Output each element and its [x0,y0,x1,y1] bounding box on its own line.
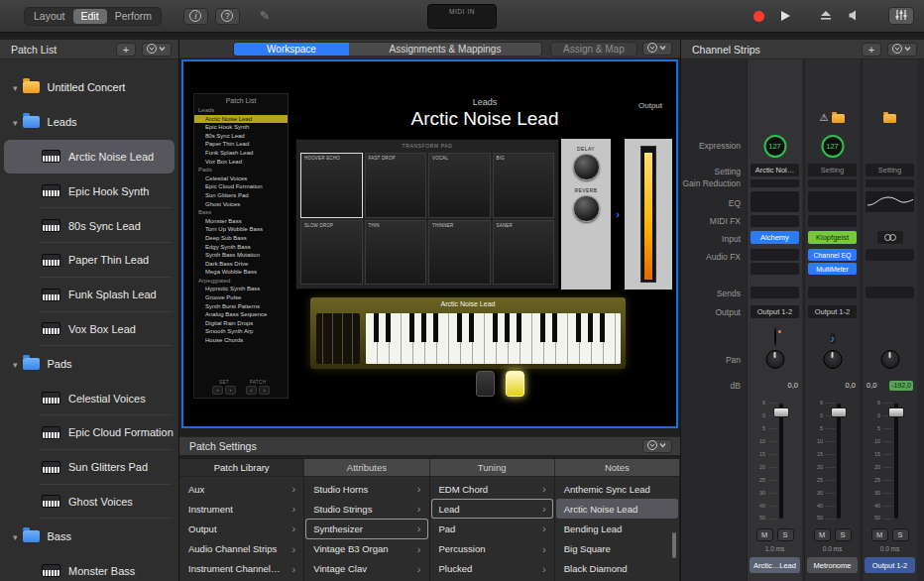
input-plugin-button[interactable]: Klopfgeist [808,231,857,244]
layout-mode-button[interactable]: Layout [26,9,73,24]
strip-name[interactable]: Metronome [807,557,858,573]
library-item[interactable]: Big Square [556,539,678,559]
setting-field[interactable]: Setting [808,164,857,176]
transform-pad[interactable]: TRANSFORM PAD HOOVER ECHOFAST DROPVOCALB… [295,139,559,290]
onscreen-patch-item[interactable]: Celestial Voices [194,174,288,183]
set-next-button[interactable] [225,386,236,395]
onscreen-patch-item[interactable]: Synth Burst Patterns [194,302,288,311]
keyboard-keys[interactable] [366,313,621,364]
library-item[interactable]: Studio Strings [305,499,427,519]
library-item[interactable]: Bending Lead [556,519,678,538]
onscreen-patch-item[interactable]: Torn Up Wobble Bass [194,225,288,234]
transform-pad-cell[interactable]: THINNER [428,220,491,286]
fader-track[interactable] [837,404,841,519]
reverb-knob[interactable] [573,195,600,222]
transform-pad-cell[interactable]: THIN [365,220,427,286]
mute-button[interactable]: M [814,528,831,541]
onscreen-patch-item[interactable]: Epic Cloud Formation [194,182,288,191]
disclosure-triangle-icon[interactable] [13,358,18,370]
delay-knob[interactable] [573,154,600,180]
audio-fx-slot[interactable] [751,249,799,261]
disclosure-triangle-icon[interactable] [13,530,18,542]
library-item[interactable]: Anthemic Sync Lead [556,479,678,499]
onscreen-patch-item[interactable]: Groove Pulse [194,293,288,302]
solo-button[interactable]: S [835,528,852,541]
onscreen-patch-item[interactable]: Smooth Synth Arp [194,327,288,336]
patch-group-row-leads[interactable]: Leads [0,105,178,140]
onscreen-patch-item[interactable]: Synth Bass Mutation [194,251,288,260]
transform-pad-cell[interactable]: FAST DROP [365,153,427,218]
stereo-format-icon[interactable] [877,231,903,244]
strip-name[interactable]: Output 1-2 [865,557,915,573]
onscreen-patch-item[interactable]: Edgy Synth Bass [194,243,288,252]
expression-knob[interactable]: 127 [821,135,844,158]
onscreen-patch-item[interactable]: 80s Sync Lead [194,132,288,141]
channel-strip-metronome[interactable]: 127 Setting Klopfgeist Channel EQ MultiM… [804,59,860,581]
patch-row[interactable]: Arctic Noise Lead [4,140,174,174]
patch-row[interactable]: Celestial Voices [4,381,174,415]
more-controls-arrow-icon[interactable] [611,139,625,290]
workspace-action-menu-button[interactable] [642,42,672,56]
strip-name[interactable]: Arctic…Lead [750,557,800,573]
onscreen-patch-item[interactable]: Arctic Noise Lead [194,115,288,124]
music-note-icon[interactable] [830,333,835,344]
volume-fader[interactable]: 60510152025304050 [805,398,860,524]
library-item[interactable]: Studio Horns [305,479,427,499]
onscreen-patch-item[interactable]: Dark Bass Drive [194,260,288,269]
patch-row[interactable]: Ghost Voices [4,485,174,520]
sends-slot[interactable] [866,287,914,298]
db-value[interactable]: 0,0 [846,381,856,390]
onscreen-patch-item[interactable]: House Chords [194,336,288,345]
pedal-active-icon[interactable] [506,371,524,397]
onscreen-patch-item[interactable]: Vox Box Lead [194,158,288,167]
onscreen-patch-item[interactable]: Funk Splash Lead [194,149,288,158]
tab-patch-library[interactable]: Patch Library [179,459,304,477]
patch-row[interactable]: Vox Box Lead [4,312,174,347]
audio-fx-slot[interactable] [751,263,799,275]
eq-curve-display[interactable] [866,191,914,212]
onscreen-keyboard[interactable]: Arctic Noise Lead [310,297,626,369]
library-item[interactable]: Black Diamond [556,559,678,579]
library-item[interactable]: Arctic Noise Lead [556,499,678,519]
concert-row[interactable]: Untitled Concert [0,70,178,105]
library-item[interactable]: EDM Chord [431,479,553,499]
db-value[interactable]: 0,0 [866,381,876,390]
tab-tuning[interactable]: Tuning [430,459,555,477]
master-mute-button[interactable] [849,7,861,25]
setting-field[interactable]: Setting [866,164,914,176]
add-patch-button[interactable]: + [116,43,136,57]
library-item[interactable]: Aux [180,479,302,499]
library-item[interactable]: Vintage B3 Organ [305,539,427,559]
patch-row[interactable]: Sun Glitters Pad [4,450,174,485]
library-item[interactable]: Pad [431,519,553,538]
mute-button[interactable]: M [871,528,888,541]
onscreen-patch-item[interactable]: Mega Wobble Bass [194,268,288,277]
tab-notes[interactable]: Notes [555,459,680,477]
disclosure-triangle-icon[interactable] [13,116,18,128]
input-plugin-button[interactable]: Alchemy [751,231,799,244]
patch-group-row-pads[interactable]: Pads [0,346,178,381]
transform-pad-cell[interactable]: BIG [493,153,555,218]
help-button[interactable] [215,8,240,25]
tab-assignments-mappings[interactable]: Assignments & Mappings [349,43,541,56]
patch-previous-button[interactable] [246,386,257,395]
onscreen-patch-item[interactable]: Digital Rain Drops [194,319,288,328]
channel-strips-toggle-button[interactable] [888,7,914,25]
patch-group-row-bass[interactable]: Bass [0,519,178,553]
library-item[interactable]: Output [180,519,302,538]
onscreen-patch-item[interactable]: Deep Sub Bass [194,234,288,243]
onscreen-patch-item[interactable]: Paper Thin Lead [194,140,288,149]
pan-knob[interactable] [765,350,784,369]
expression-knob[interactable]: 127 [763,135,786,158]
volume-fader[interactable]: 60510152025304050 [863,398,917,524]
mini-knob-icon[interactable] [774,327,776,346]
transform-pad-cell[interactable]: SLOW DROP [300,220,363,286]
channel-strip-arctic-lead[interactable]: 127 Arctic Noi… Alchemy Output 1-2 0,0 6… [747,59,802,581]
perform-mode-button[interactable]: Perform [107,9,160,24]
setting-field[interactable]: Arctic Noi… [751,164,799,176]
pan-knob[interactable] [880,350,899,369]
audio-fx-plugin-button[interactable]: Channel EQ [808,249,857,261]
onscreen-patch-item[interactable]: Monster Bass [194,217,288,226]
solo-button[interactable]: S [892,528,909,541]
audio-fx-slot[interactable] [866,249,914,261]
